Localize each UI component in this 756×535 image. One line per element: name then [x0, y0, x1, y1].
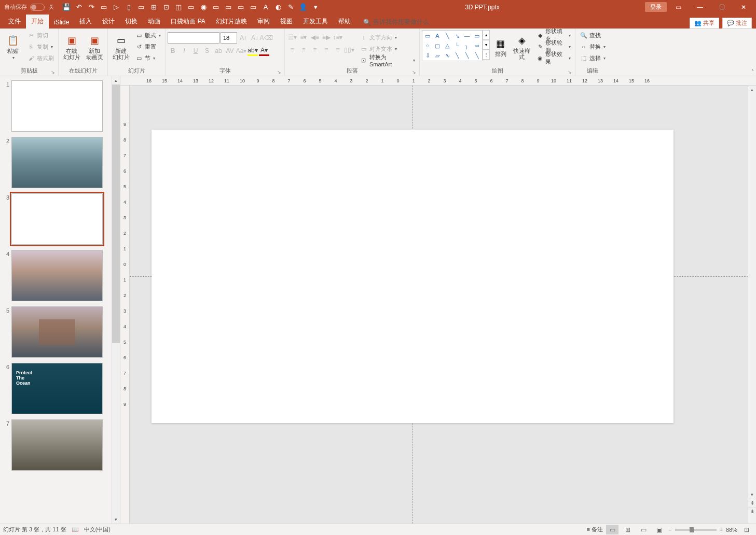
dialog-launcher-icon[interactable]: ↘ [412, 69, 416, 75]
shape-freeform-icon[interactable]: ∿ [443, 51, 452, 60]
reading-view-icon[interactable]: ▭ [637, 525, 650, 534]
italic-icon[interactable]: I [179, 46, 189, 56]
select-button[interactable]: ⬚选择▾ [578, 53, 608, 63]
shapes-down-icon[interactable]: ▾ [483, 40, 490, 50]
reset-button[interactable]: ↺重置 [133, 41, 163, 52]
tab-help[interactable]: 帮助 [333, 15, 356, 29]
bold-icon[interactable]: B [168, 46, 178, 56]
zoom-level[interactable]: 88% [726, 527, 737, 533]
scroll-thumb[interactable] [112, 85, 120, 343]
tab-slideshow[interactable]: 幻灯片放映 [211, 15, 252, 29]
font-family-input[interactable] [168, 32, 219, 44]
undo-icon[interactable]: ↶ [75, 3, 83, 11]
from-beginning-icon[interactable]: ▷ [112, 3, 120, 11]
save-icon[interactable]: 💾 [62, 3, 71, 11]
columns-icon[interactable]: ▯▯▾ [344, 45, 354, 55]
numbering-icon[interactable]: ≡▾ [298, 32, 309, 43]
ribbon-display-icon[interactable]: ▭ [668, 1, 689, 13]
slide-thumb-7[interactable]: 7 [2, 419, 120, 471]
shape-roundrect-icon[interactable]: ▢ [433, 41, 442, 50]
shadow-icon[interactable]: ab [213, 46, 224, 56]
scroll-up-icon[interactable]: ▴ [748, 86, 756, 94]
qat-icon-7[interactable]: ▭ [187, 3, 195, 11]
scroll-up-icon[interactable]: ▴ [112, 76, 120, 85]
shape-textbox-icon[interactable]: A [433, 31, 442, 40]
tab-transitions[interactable]: 切换 [120, 15, 143, 29]
slide-thumbnail[interactable] [11, 80, 103, 132]
slide-thumbnail[interactable] [11, 419, 103, 471]
tab-home[interactable]: 开始 [26, 15, 49, 29]
scroll-down-icon[interactable]: ▾ [748, 490, 756, 499]
strikethrough-icon[interactable]: S [202, 46, 212, 56]
maximize-icon[interactable]: ☐ [711, 1, 732, 13]
share-button[interactable]: 👥共享 [690, 18, 719, 29]
tab-animations[interactable]: 动画 [143, 15, 166, 29]
shape-rect-icon[interactable]: ▭ [423, 31, 432, 40]
qat-icon-8[interactable]: ◉ [199, 3, 208, 11]
qat-icon-6[interactable]: ◫ [174, 3, 183, 11]
tab-pocket-anim[interactable]: 口袋动画 PA [166, 15, 210, 29]
zoom-in-icon[interactable]: + [720, 527, 723, 533]
shapes-up-icon[interactable]: ▴ [483, 30, 490, 40]
fit-window-icon[interactable]: ⊡ [740, 525, 753, 534]
align-text-button[interactable]: ▭对齐文本▾ [358, 44, 417, 54]
spell-check-icon[interactable]: 📖 [72, 526, 79, 533]
qat-icon-10[interactable]: ▭ [224, 3, 232, 11]
qat-icon-2[interactable]: ▯ [125, 3, 133, 11]
normal-view-icon[interactable]: ▭ [606, 525, 618, 534]
next-slide-icon[interactable]: ⇟ [748, 507, 756, 515]
vertical-ruler[interactable]: 9876543210123456789 [120, 86, 130, 524]
shape-oval-icon[interactable]: ○ [423, 41, 432, 50]
align-right-icon[interactable]: ≡ [310, 45, 320, 55]
font-size-input[interactable] [221, 32, 237, 44]
tab-view[interactable]: 视图 [275, 15, 298, 29]
editor-scrollbar[interactable]: ▴ ▾ ⇞ ⇟ [748, 86, 756, 524]
line-spacing-icon[interactable]: ↕≡▾ [333, 32, 343, 43]
qat-icon-9[interactable]: ▭ [212, 3, 220, 11]
tab-developer[interactable]: 开发工具 [298, 15, 333, 29]
qat-icon-5[interactable]: ⊡ [162, 3, 170, 11]
qat-icon-16[interactable]: 👤 [299, 3, 307, 11]
qat-icon-13[interactable]: A [262, 3, 270, 11]
shape-elbow-icon[interactable]: └ [452, 41, 462, 50]
decrease-font-icon[interactable]: A↓ [250, 33, 260, 43]
text-direction-button[interactable]: ↕文字方向▾ [358, 32, 417, 43]
shape-line4-icon[interactable]: ╲ [462, 51, 472, 60]
online-slide-button[interactable]: ▣ 在线 幻灯片 [61, 30, 83, 64]
slide-thumbnail[interactable] [11, 363, 103, 414]
horizontal-ruler[interactable]: 1615141312111098765432101234567891011121… [120, 76, 756, 86]
tab-review[interactable]: 审阅 [252, 15, 275, 29]
qat-icon-15[interactable]: ✎ [286, 3, 295, 11]
scroll-down-icon[interactable]: ▾ [112, 515, 120, 524]
qat-customize-icon[interactable]: ▾ [311, 3, 320, 11]
slide-thumb-4[interactable]: 4 [2, 250, 120, 301]
shape-callout-icon[interactable]: ▱ [433, 51, 442, 60]
paste-button[interactable]: 📋 粘贴 ▾ [2, 30, 24, 64]
shapes-gallery[interactable]: ▭ A ╲ ↘ — ▭ ○ ▢ △ └ ┐ ⇨ ⇩ ▱ ∿ ╲ ╲ [422, 30, 483, 61]
zoom-out-icon[interactable]: − [668, 527, 671, 533]
shape-arrow-icon[interactable]: ↘ [452, 31, 462, 40]
minimize-icon[interactable]: — [690, 1, 710, 13]
font-color-icon[interactable]: A▾ [259, 46, 269, 56]
convert-smartart-button[interactable]: ⊡转换为 SmartArt▾ [358, 55, 417, 65]
distribute-icon[interactable]: ≡ [333, 45, 343, 55]
qat-icon-3[interactable]: ▭ [137, 3, 145, 11]
prev-slide-icon[interactable]: ⇞ [748, 499, 756, 507]
login-button[interactable]: 登录 [645, 2, 667, 12]
close-icon[interactable]: ✕ [733, 1, 754, 13]
notes-button[interactable]: ≡ 备注 [587, 526, 603, 533]
tab-islide[interactable]: iSlide [49, 16, 74, 29]
slide-canvas[interactable] [152, 130, 673, 423]
shape-elbow2-icon[interactable]: ┐ [462, 41, 472, 50]
dialog-launcher-icon[interactable]: ↘ [277, 69, 281, 75]
slide-thumbnail[interactable] [11, 306, 103, 358]
language-indicator[interactable]: 中文(中国) [84, 526, 111, 533]
slide-thumb-6[interactable]: 6 [2, 363, 120, 414]
bullets-icon[interactable]: ☰▾ [287, 32, 297, 43]
slide-thumbnail[interactable] [11, 193, 103, 245]
qat-icon-12[interactable]: ▭ [249, 3, 257, 11]
canvas-area[interactable] [130, 86, 756, 524]
shape-effects-button[interactable]: ◉形状效果▾ [534, 53, 573, 63]
sorter-view-icon[interactable]: ⊞ [622, 525, 634, 534]
slide-thumbnail[interactable] [11, 250, 103, 301]
